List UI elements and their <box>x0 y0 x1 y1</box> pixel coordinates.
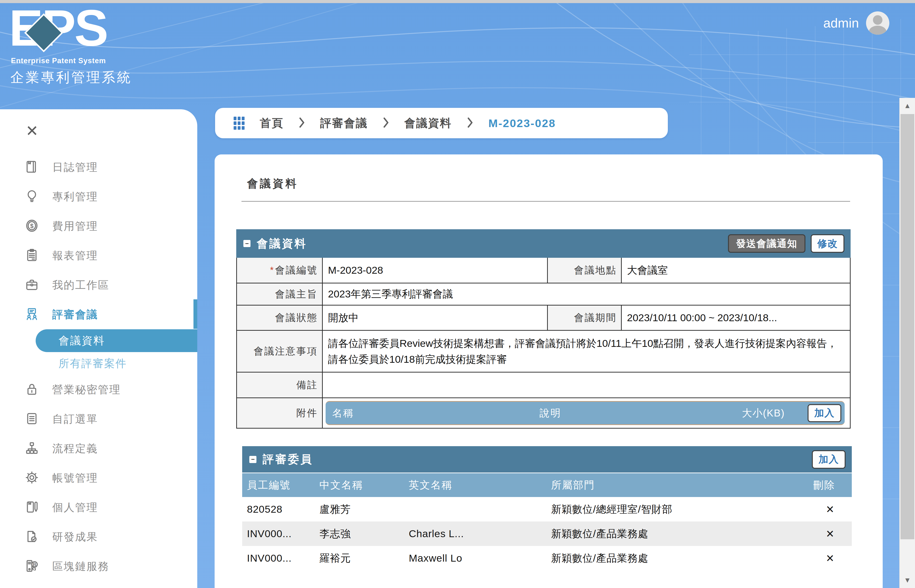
member-en-name: Maxwell Lo <box>404 552 546 564</box>
sidebar-item-label: 個人管理 <box>52 500 98 515</box>
sidebar-item-rnd-results[interactable]: 研發成果 <box>0 522 197 552</box>
sidebar-item-review-meeting[interactable]: 評審會議 <box>0 300 197 329</box>
meeting-info-panel: − 會議資料 發送會議通知 修改 *會議編號 M-2023-028 會議地點 大… <box>236 229 850 428</box>
column-dept: 所屬部門 <box>546 478 808 492</box>
sidebar-item-fee[interactable]: $ 費用管理 <box>0 212 197 241</box>
sidebar-item-process-definition[interactable]: 流程定義 <box>0 434 197 463</box>
sidebar-item-report[interactable]: 報表管理 <box>0 241 197 270</box>
column-zh-name: 中文名稱 <box>315 478 404 492</box>
chevron-right-icon <box>467 117 473 129</box>
member-row: 820528 盧雅芳 新穎數位/總經理室/智財部 ✕ <box>242 497 852 522</box>
sidebar-subitem-label: 所有評審案件 <box>58 356 127 371</box>
main-content-card: 會議資料 − 會議資料 發送會議通知 修改 *會議編號 M-2023-028 會… <box>215 154 883 588</box>
members-table-header: 員工編號 中文名稱 英文名稱 所屬部門 刪除 <box>242 473 852 497</box>
breadcrumb-home[interactable]: 首頁 <box>260 116 283 131</box>
avatar-person-icon <box>873 15 883 25</box>
account-icon <box>25 470 39 486</box>
breadcrumb-review-meeting[interactable]: 評審會議 <box>320 116 368 131</box>
sidebar-item-label: 我的工作區 <box>52 278 109 292</box>
delete-member-icon[interactable]: ✕ <box>808 552 852 564</box>
sidebar-item-personal[interactable]: 個人管理 <box>0 493 197 522</box>
delete-member-icon[interactable]: ✕ <box>808 503 852 515</box>
period-label: 會議期間 <box>548 305 622 330</box>
breadcrumb: 首頁 評審會議 會議資料 M-2023-028 <box>215 108 668 138</box>
sidebar: ✕ 日誌管理 專利管理 $ 費用管理 報表管理 我的工作區 評審會議 會議資料 … <box>0 109 197 588</box>
member-zh-name: 羅裕元 <box>315 551 404 565</box>
sidebar-item-account[interactable]: 帳號管理 <box>0 463 197 493</box>
member-emp-id: 820528 <box>242 503 315 515</box>
breadcrumb-current-meeting-id: M-2023-028 <box>488 117 556 130</box>
vertical-scrollbar[interactable]: ▲ ▼ <box>899 98 915 588</box>
trade-secret-icon <box>25 382 39 397</box>
sidebar-item-workspace[interactable]: 我的工作區 <box>0 270 197 300</box>
sidebar-item-label: 區塊鏈服務 <box>52 559 109 573</box>
sidebar-item-journal[interactable]: 日誌管理 <box>0 152 197 182</box>
member-emp-id: INV000... <box>242 552 315 564</box>
svg-text:$: $ <box>30 223 34 229</box>
meeting-info-table: *會議編號 M-2023-028 會議地點 大會議室 會議主旨 2023年第三季… <box>236 258 850 428</box>
member-emp-id: INV000... <box>242 528 315 540</box>
scroll-down-icon[interactable]: ▼ <box>900 572 915 588</box>
member-dept: 新穎數位/總經理室/智財部 <box>546 502 808 516</box>
breadcrumb-meeting-data[interactable]: 會議資料 <box>404 116 452 131</box>
username-label: admin <box>823 15 859 31</box>
member-en-name: Charles L... <box>404 528 546 540</box>
review-meeting-icon <box>25 307 39 322</box>
attachment-desc-column: 說明 <box>540 407 561 420</box>
notes-value: 請各位評審委員Review技術提案構想書，評審會議預計將於10/11上午10點召… <box>323 331 850 372</box>
sidebar-item-label: 專利管理 <box>52 190 98 204</box>
meeting-info-panel-title: 會議資料 <box>257 236 307 251</box>
remark-value <box>323 373 850 397</box>
sidebar-subitem-all-review-cases[interactable]: 所有評審案件 <box>0 352 197 375</box>
meeting-no-label: *會議編號 <box>237 258 323 283</box>
sidebar-item-label: 帳號管理 <box>52 471 98 485</box>
column-delete: 刪除 <box>808 478 852 492</box>
meeting-info-panel-header: − 會議資料 發送會議通知 修改 <box>236 229 850 258</box>
chevron-right-icon <box>383 117 389 129</box>
member-row: INV000... 羅裕元 Maxwell Lo 新穎數位/產品業務處 ✕ <box>242 546 852 570</box>
sidebar-item-label: 評審會議 <box>52 307 98 321</box>
send-meeting-notice-button[interactable]: 發送會議通知 <box>728 234 805 253</box>
logo-subtitle: Enterprise Patent System <box>11 57 142 65</box>
edit-button[interactable]: 修改 <box>811 234 844 253</box>
home-grid-icon[interactable] <box>234 117 244 130</box>
report-icon <box>25 248 39 263</box>
member-zh-name: 李志強 <box>315 527 404 541</box>
user-avatar[interactable] <box>866 11 889 35</box>
collapse-icon[interactable]: − <box>243 240 251 247</box>
scrollbar-thumb[interactable] <box>900 114 914 539</box>
member-row: INV000... 李志強 Charles L... 新穎數位/產品業務處 ✕ <box>242 522 852 546</box>
sidebar-item-custom-menu[interactable]: 自訂選單 <box>0 404 197 434</box>
window-top-edge <box>0 0 915 3</box>
eps-logo-wordmark: EPS <box>9 4 142 56</box>
review-members-panel-header: − 評審委員 加入 <box>242 446 852 473</box>
member-zh-name: 盧雅芳 <box>315 502 404 516</box>
subject-label: 會議主旨 <box>237 283 323 305</box>
delete-member-icon[interactable]: ✕ <box>808 528 852 540</box>
sidebar-item-blockchain[interactable]: B 區塊鏈服務 <box>0 552 197 581</box>
review-members-panel-title: 評審委員 <box>263 452 313 467</box>
user-menu[interactable]: admin <box>823 11 889 35</box>
custom-menu-icon <box>25 412 39 427</box>
sidebar-item-patent[interactable]: 專利管理 <box>0 182 197 212</box>
workspace-icon <box>25 278 39 293</box>
sidebar-item-label: 報表管理 <box>52 249 98 263</box>
notes-label: 會議注意事項 <box>237 331 323 372</box>
attachment-name-column: 名稱 <box>332 407 354 420</box>
attachment-label: 附件 <box>237 398 323 428</box>
add-attachment-button[interactable]: 加入 <box>808 404 841 422</box>
sidebar-item-trade-secret[interactable]: 營業秘密管理 <box>0 375 197 404</box>
sidebar-subitem-meeting-data-active[interactable]: 會議資料 <box>36 329 197 352</box>
active-section-indicator <box>194 299 197 329</box>
collapse-icon[interactable]: − <box>249 456 257 463</box>
review-members-panel: − 評審委員 加入 員工編號 中文名稱 英文名稱 所屬部門 刪除 820528 … <box>242 446 852 570</box>
add-member-button[interactable]: 加入 <box>812 450 845 469</box>
sidebar-close-icon[interactable]: ✕ <box>26 122 39 140</box>
app-title: 企業專利管理系統 <box>10 68 142 87</box>
scroll-up-icon[interactable]: ▲ <box>900 98 915 113</box>
column-emp-id: 員工編號 <box>242 478 315 492</box>
app-logo: EPS Enterprise Patent System 企業專利管理系統 <box>9 4 142 87</box>
chevron-right-icon <box>299 117 305 129</box>
meeting-no-value: M-2023-028 <box>323 258 548 283</box>
attachment-size-column: 大小(KB) <box>742 407 785 420</box>
